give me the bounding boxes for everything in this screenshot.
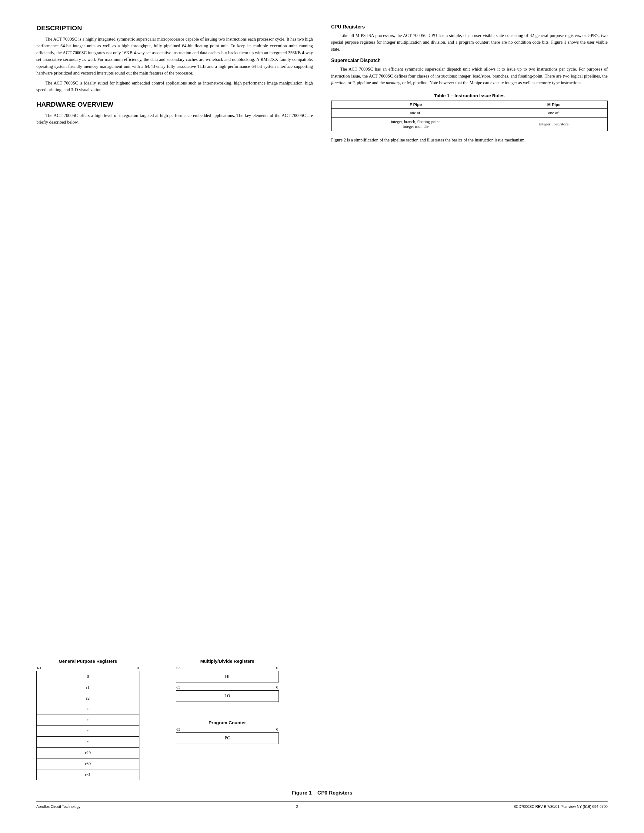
figure1-section: General Purpose Registers 63 0 0 r1 r2 •…	[36, 659, 608, 780]
gpr-table: 0 r1 r2 • • • • r29 r30 r31	[36, 671, 139, 780]
hardware-overview-title: HARDWARE OVERVIEW	[36, 101, 313, 108]
hardware-overview-para-1: The ACT 7000SC offers a high-level of in…	[36, 112, 313, 126]
table-row: r29	[37, 748, 139, 759]
multiply-divide-group: Multiply/Divide Registers 63 0 HI 63 0 L…	[176, 659, 279, 702]
pc-bit-high: 63	[176, 727, 180, 732]
gpr-row-dot4: •	[37, 737, 139, 748]
footer: Aeroflex Circuit Technology 2 SCD7000SC …	[36, 801, 608, 809]
cpu-registers-para: Like all MIPS ISA processors, the ACT 70…	[331, 32, 608, 52]
gpr-row-r1: r1	[37, 682, 139, 693]
table-row: r31	[37, 769, 139, 780]
multiply-divide-title: Multiply/Divide Registers	[176, 659, 279, 664]
gpr-row-r2: r2	[37, 693, 139, 704]
figure2-note: Figure 2 is a simplification of the pipe…	[331, 137, 608, 143]
lo-bit-high: 63	[176, 685, 180, 690]
table1-caption: Table 1 – Instruction Issue Rules	[331, 93, 608, 98]
gpr-row-dot3: •	[37, 726, 139, 737]
table-header-fpipe: F Pipe	[331, 101, 500, 108]
table-row: •	[37, 737, 139, 748]
gpr-row-r30: r30	[37, 759, 139, 769]
gpr-row-dot1: •	[37, 704, 139, 715]
lo-bit-low: 0	[276, 685, 279, 690]
instruction-issue-table: F Pipe M Pipe one of: one of: integer, b…	[331, 101, 608, 131]
hi-bit-high: 63	[176, 666, 180, 671]
table-row: one of: one of:	[331, 108, 608, 117]
footer-right: SCD7000SC REV B 7/30/01 Plainview NY (51…	[514, 804, 608, 809]
gpr-row-0: 0	[37, 671, 139, 682]
description-para-1: The ACT 7000SC is a highly integrated sy…	[36, 36, 313, 77]
table-row: r1	[37, 682, 139, 693]
figure1-caption: Figure 1 – CP0 Registers	[36, 790, 608, 796]
hi-bit-labels: 63 0	[176, 666, 279, 671]
lo-bit-labels: 63 0	[176, 685, 279, 690]
pc-register: PC	[176, 732, 279, 744]
cpu-registers-title: CPU Registers	[331, 24, 608, 30]
gpr-bit-high: 63	[37, 666, 41, 671]
table-cell-mpipe-row1: one of:	[500, 108, 608, 117]
table-row: r30	[37, 759, 139, 769]
description-para-2: The ACT 7000SC is ideally suited for hig…	[36, 80, 313, 93]
footer-left: Aeroflex Circuit Technology	[36, 804, 80, 809]
table-row: integer, branch, floating-point,integer …	[331, 117, 608, 131]
table-row: •	[37, 726, 139, 737]
superscalar-dispatch-para: The ACT 7000SC has an efficient symmetri…	[331, 66, 608, 86]
table-row: •	[37, 704, 139, 715]
pc-bit-low: 0	[276, 727, 279, 732]
main-content: DESCRIPTION The ACT 7000SC is a highly i…	[36, 24, 608, 646]
pc-bit-labels: 63 0	[176, 727, 279, 732]
program-counter-group: Program Counter 63 0 PC	[176, 720, 279, 744]
gpr-bit-labels: 63 0	[36, 666, 139, 671]
right-column: CPU Registers Like all MIPS ISA processo…	[331, 24, 608, 646]
table-cell-mpipe-row2: integer, load/store	[500, 117, 608, 131]
lo-register: LO	[176, 690, 279, 702]
gpr-title: General Purpose Registers	[59, 659, 117, 664]
gpr-group: General Purpose Registers 63 0 0 r1 r2 •…	[36, 659, 139, 780]
superscalar-dispatch-title: Superscalar Dispatch	[331, 58, 608, 63]
table-row: 0	[37, 671, 139, 682]
gpr-row-r31: r31	[37, 769, 139, 780]
footer-page-number: 2	[296, 804, 298, 809]
description-title: DESCRIPTION	[36, 24, 313, 32]
program-counter-title: Program Counter	[176, 720, 279, 725]
gpr-row-dot2: •	[37, 715, 139, 726]
table-row: r2	[37, 693, 139, 704]
gpr-bit-low: 0	[137, 666, 139, 671]
table-header-mpipe: M Pipe	[500, 101, 608, 108]
table-cell-fpipe-row2: integer, branch, floating-point,integer …	[331, 117, 500, 131]
page: DESCRIPTION The ACT 7000SC is a highly i…	[0, 0, 644, 833]
gpr-row-r29: r29	[37, 748, 139, 759]
hi-bit-low: 0	[276, 666, 279, 671]
table-row: •	[37, 715, 139, 726]
right-registers: Multiply/Divide Registers 63 0 HI 63 0 L…	[176, 659, 279, 753]
left-column: DESCRIPTION The ACT 7000SC is a highly i…	[36, 24, 313, 646]
hi-register: HI	[176, 671, 279, 682]
table-cell-fpipe-row1: one of:	[331, 108, 500, 117]
